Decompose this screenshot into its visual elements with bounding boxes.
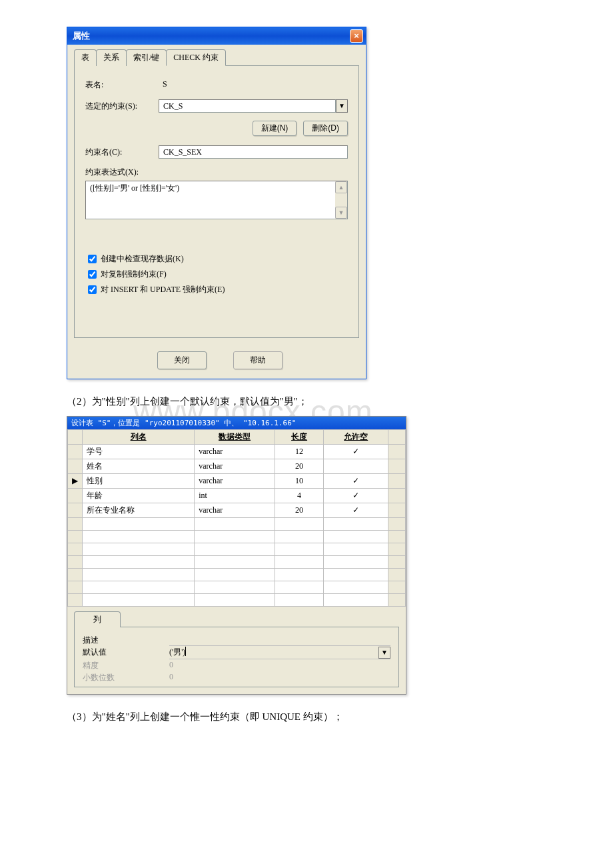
- cell-column-name[interactable]: 所在专业名称: [83, 503, 195, 518]
- tab-column-props[interactable]: 列: [74, 611, 121, 627]
- cell-column-name[interactable]: 性别: [83, 474, 195, 489]
- table-row[interactable]: [68, 569, 406, 581]
- row-selector[interactable]: [68, 518, 83, 531]
- cell-allow-null[interactable]: [324, 569, 388, 581]
- table-row[interactable]: 年龄int4✓: [68, 489, 406, 503]
- checkbox-enforce-insert-update[interactable]: [88, 285, 97, 294]
- table-row[interactable]: 所在专业名称varchar20✓: [68, 503, 406, 518]
- table-row[interactable]: [68, 543, 406, 556]
- cell-column-name[interactable]: [83, 569, 195, 581]
- close-button[interactable]: 关闭: [157, 351, 207, 369]
- cell-column-name[interactable]: [83, 543, 195, 556]
- row-selector[interactable]: [68, 489, 83, 503]
- table-row[interactable]: [68, 518, 406, 531]
- scroll-up-icon[interactable]: ▲: [335, 181, 347, 193]
- cell-length[interactable]: 4: [275, 489, 324, 503]
- row-selector[interactable]: [68, 569, 83, 581]
- tab-table[interactable]: 表: [74, 49, 97, 66]
- cell-data-type[interactable]: [195, 531, 275, 543]
- columns-grid[interactable]: 列名 数据类型 长度 允许空 学号varchar12✓姓名varchar20▶性…: [67, 429, 406, 607]
- cell-length[interactable]: 20: [275, 503, 324, 518]
- checkbox-check-existing[interactable]: [88, 255, 97, 263]
- row-selector[interactable]: [68, 445, 83, 459]
- cell-length[interactable]: 10: [275, 474, 324, 489]
- cell-data-type[interactable]: [195, 543, 275, 556]
- cell-length[interactable]: 12: [275, 445, 324, 459]
- row-selector[interactable]: [68, 594, 83, 607]
- cell-column-name[interactable]: [83, 594, 195, 607]
- cell-column-name[interactable]: [83, 556, 195, 569]
- selected-constraint-dropdown[interactable]: CK_S ▼: [159, 99, 348, 113]
- header-data-type[interactable]: 数据类型: [195, 430, 275, 445]
- row-selector[interactable]: [68, 503, 83, 518]
- cell-column-name[interactable]: [83, 581, 195, 594]
- header-column-name[interactable]: 列名: [83, 430, 195, 445]
- cell-data-type[interactable]: varchar: [195, 503, 275, 518]
- tab-check[interactable]: CHECK 约束: [166, 49, 226, 66]
- header-length[interactable]: 长度: [275, 430, 324, 445]
- cell-column-name[interactable]: [83, 518, 195, 531]
- checkbox-enforce-replication[interactable]: [88, 270, 97, 279]
- row-selector[interactable]: [68, 556, 83, 569]
- cell-length[interactable]: 20: [275, 459, 324, 474]
- table-row[interactable]: [68, 531, 406, 543]
- tab-relation[interactable]: 关系: [96, 49, 127, 66]
- cell-column-name[interactable]: 年龄: [83, 489, 195, 503]
- row-selector[interactable]: ▶: [68, 474, 83, 489]
- row-selector[interactable]: [68, 581, 83, 594]
- cell-allow-null[interactable]: [324, 543, 388, 556]
- scroll-track[interactable]: [335, 193, 347, 207]
- scrollbar[interactable]: ▲ ▼: [335, 181, 347, 219]
- cell-length[interactable]: [275, 531, 324, 543]
- cell-data-type[interactable]: [195, 556, 275, 569]
- cell-data-type[interactable]: varchar: [195, 474, 275, 489]
- delete-button[interactable]: 删除(D): [303, 121, 348, 136]
- cell-column-name[interactable]: [83, 531, 195, 543]
- cell-allow-null[interactable]: ✓: [324, 503, 388, 518]
- scroll-down-icon[interactable]: ▼: [335, 207, 347, 219]
- cell-allow-null[interactable]: ✓: [324, 474, 388, 489]
- cell-allow-null[interactable]: [324, 556, 388, 569]
- cell-length[interactable]: [275, 543, 324, 556]
- cell-data-type[interactable]: [195, 518, 275, 531]
- header-allow-null[interactable]: 允许空: [324, 430, 388, 445]
- table-row[interactable]: [68, 594, 406, 607]
- cell-length[interactable]: [275, 594, 324, 607]
- cell-allow-null[interactable]: ✓: [324, 489, 388, 503]
- table-row[interactable]: 姓名varchar20: [68, 459, 406, 474]
- tab-index[interactable]: 索引/键: [126, 49, 167, 66]
- cell-allow-null[interactable]: [324, 518, 388, 531]
- cell-allow-null[interactable]: [324, 531, 388, 543]
- table-row[interactable]: [68, 556, 406, 569]
- value-description[interactable]: [169, 635, 390, 646]
- cell-column-name[interactable]: 学号: [83, 445, 195, 459]
- cell-length[interactable]: [275, 556, 324, 569]
- cell-data-type[interactable]: varchar: [195, 445, 275, 459]
- new-button[interactable]: 新建(N): [253, 121, 297, 136]
- cell-column-name[interactable]: 姓名: [83, 459, 195, 474]
- cell-data-type[interactable]: [195, 569, 275, 581]
- table-row[interactable]: [68, 581, 406, 594]
- cell-data-type[interactable]: [195, 594, 275, 607]
- close-icon[interactable]: ×: [350, 29, 363, 43]
- constraint-name-input[interactable]: CK_S_SEX: [159, 145, 348, 159]
- cell-allow-null[interactable]: [324, 594, 388, 607]
- row-selector[interactable]: [68, 459, 83, 474]
- cell-data-type[interactable]: varchar: [195, 459, 275, 474]
- expression-textarea[interactable]: ([性别]='男' or [性别]='女') ▲ ▼: [85, 181, 348, 219]
- table-row[interactable]: 学号varchar12✓: [68, 445, 406, 459]
- cell-data-type[interactable]: int: [195, 489, 275, 503]
- cell-length[interactable]: [275, 581, 324, 594]
- table-row[interactable]: ▶性别varchar10✓: [68, 474, 406, 489]
- cell-allow-null[interactable]: ✓: [324, 445, 388, 459]
- cell-length[interactable]: [275, 569, 324, 581]
- cell-data-type[interactable]: [195, 581, 275, 594]
- row-selector[interactable]: [68, 531, 83, 543]
- help-button[interactable]: 帮助: [233, 351, 283, 369]
- chevron-down-icon[interactable]: ▼: [378, 647, 390, 659]
- cell-allow-null[interactable]: [324, 581, 388, 594]
- chevron-down-icon[interactable]: ▼: [336, 99, 348, 113]
- cell-allow-null[interactable]: [324, 459, 388, 474]
- cell-length[interactable]: [275, 518, 324, 531]
- default-value-input[interactable]: ('男') ▼: [169, 647, 390, 659]
